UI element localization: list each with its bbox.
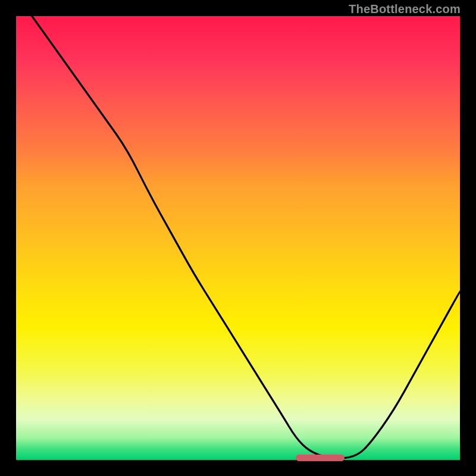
watermark-text: TheBottleneck.com xyxy=(349,2,461,16)
bottleneck-curve xyxy=(16,16,460,460)
plot-area xyxy=(16,16,460,460)
optimum-marker xyxy=(296,455,345,461)
